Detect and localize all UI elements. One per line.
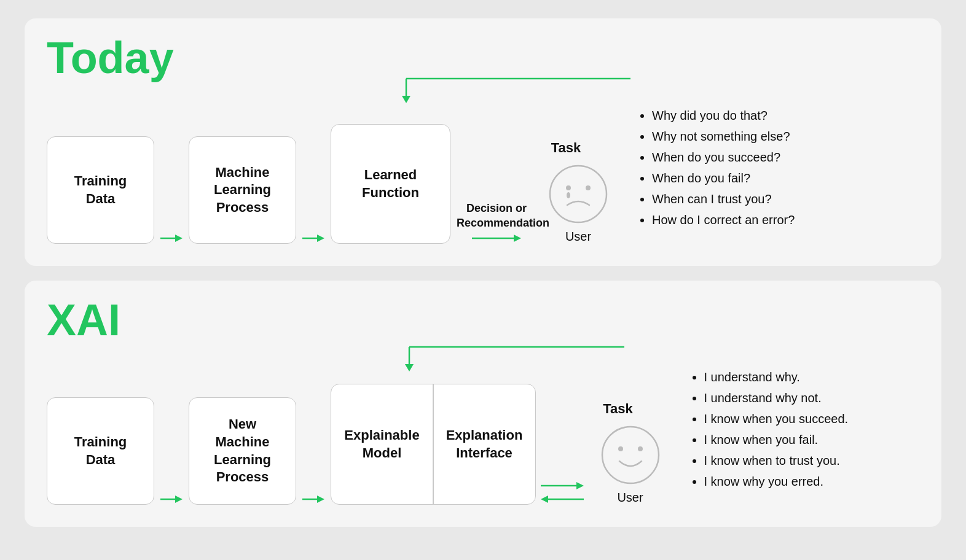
- svg-marker-6: [317, 235, 324, 242]
- happy-face-icon: [600, 424, 661, 486]
- svg-marker-8: [514, 235, 521, 242]
- list-item: I know when to trust you.: [704, 450, 849, 471]
- svg-marker-19: [317, 496, 324, 503]
- list-item: I know when you succeed.: [704, 408, 849, 429]
- arrow-2: [302, 233, 324, 244]
- xai-ml-process-box: New Machine Learning Process: [189, 397, 296, 505]
- xai-user: Task User: [600, 386, 661, 505]
- decision-group: Decision or Recommendation: [457, 166, 536, 244]
- today-user: Task User: [548, 125, 609, 244]
- list-item: I know when you fail.: [704, 429, 849, 450]
- today-flow-row: Training Data Machine Learning Process L…: [47, 91, 919, 244]
- xai-section: Training Data New Machine Learning Proce…: [47, 353, 919, 505]
- today-title: Today: [47, 36, 919, 80]
- list-item: How do I correct an error?: [652, 209, 795, 230]
- svg-marker-21: [576, 482, 584, 489]
- list-item: Why not something else?: [652, 126, 795, 147]
- training-data-box: Training Data: [47, 136, 154, 244]
- xai-arrow-right: [541, 480, 584, 491]
- list-item: I understand why not.: [704, 387, 849, 408]
- xai-task-label: Task: [603, 401, 633, 417]
- decision-label: Decision or Recommendation: [457, 201, 536, 230]
- xai-double-box-group: Explainable Model Explanation Interface: [331, 353, 536, 505]
- today-bullet-list: Why did you do that?Why not something el…: [638, 105, 795, 230]
- xai-bullet-list: I understand why.I understand why not.I …: [691, 367, 849, 492]
- list-item: When can I trust you?: [652, 189, 795, 209]
- sad-face-icon: [548, 163, 609, 225]
- ml-process-box: Machine Learning Process: [189, 136, 296, 244]
- explanation-interface-box: Explanation Interface: [434, 384, 535, 504]
- today-section: Training Data Machine Learning Process L…: [47, 91, 919, 244]
- svg-point-10: [566, 185, 571, 190]
- list-item: When do you succeed?: [652, 147, 795, 168]
- svg-marker-17: [175, 496, 183, 503]
- learned-function-box: Learned Function: [331, 124, 450, 244]
- xai-bidirectional-arrows: [541, 445, 584, 505]
- svg-point-9: [550, 166, 607, 222]
- list-item: I know why you erred.: [704, 471, 849, 492]
- explainable-model-box: Explainable Model: [331, 384, 433, 504]
- xai-panel: XAI Training Data New Machine Learning P…: [25, 281, 941, 527]
- svg-point-12: [567, 192, 570, 198]
- svg-point-24: [602, 427, 659, 483]
- task-label: Task: [551, 140, 581, 156]
- svg-marker-23: [541, 496, 548, 503]
- xai-arrow-left: [541, 494, 584, 505]
- svg-point-25: [618, 446, 623, 451]
- xai-user-label: User: [617, 491, 643, 505]
- xai-double-box: Explainable Model Explanation Interface: [331, 384, 536, 505]
- arrow-1: [160, 233, 183, 244]
- xai-training-data-box: Training Data: [47, 397, 154, 505]
- svg-marker-4: [175, 235, 183, 242]
- svg-point-11: [586, 185, 591, 190]
- xai-arrow-1: [160, 494, 183, 505]
- arrow-3: [472, 233, 521, 244]
- xai-arrow-2: [302, 494, 324, 505]
- list-item: When do you fail?: [652, 168, 795, 189]
- xai-title: XAI: [47, 298, 919, 342]
- today-user-label: User: [565, 230, 591, 244]
- xai-flow-row: Training Data New Machine Learning Proce…: [47, 353, 919, 505]
- svg-point-26: [638, 446, 643, 451]
- learned-function-group: Learned Function: [331, 91, 450, 244]
- list-item: Why did you do that?: [652, 105, 795, 126]
- today-panel: Today Training Data Machine Learning Pro…: [25, 18, 941, 266]
- list-item: I understand why.: [704, 367, 849, 387]
